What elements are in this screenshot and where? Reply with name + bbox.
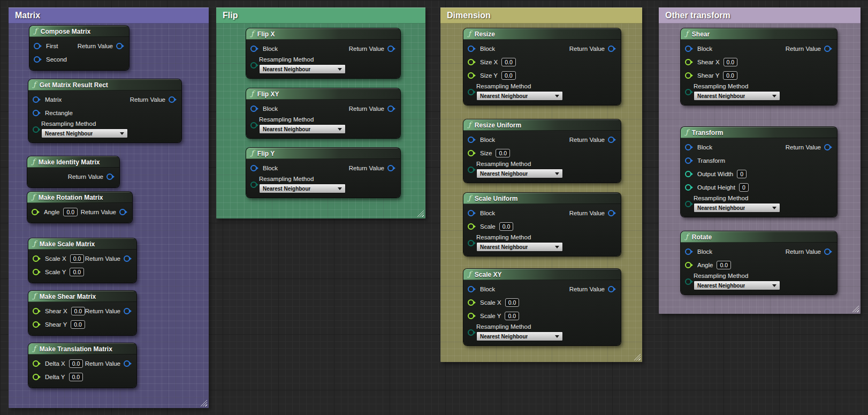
- resampling-dropdown[interactable]: Nearest Neighbour: [476, 331, 563, 341]
- input-pin-block[interactable]: [250, 46, 257, 52]
- resampling-dropdown[interactable]: Nearest Neighbour: [694, 91, 780, 101]
- input-pin-resampling-method[interactable]: [468, 167, 474, 173]
- input-pin-resampling-method[interactable]: [250, 62, 257, 69]
- output-pin-return-value[interactable]: [824, 46, 831, 52]
- node-header[interactable]: ƒMake Identity Matrix: [27, 156, 119, 168]
- node-header[interactable]: ƒMake Rotation Matrix: [27, 192, 132, 203]
- output-pin-return-value[interactable]: [124, 308, 130, 314]
- resize-handle[interactable]: [200, 399, 207, 406]
- value-input[interactable]: 0.0: [723, 71, 737, 80]
- node-scale-uniform[interactable]: ƒScale UniformBlockReturn ValueScale0.0R…: [463, 193, 621, 256]
- input-pin-size-y[interactable]: [468, 72, 474, 79]
- value-input[interactable]: 0: [739, 183, 749, 192]
- node-make-scale-matrix[interactable]: ƒMake Scale MatrixScale X0.0Return Value…: [28, 238, 136, 283]
- output-pin-return-value[interactable]: [608, 286, 614, 292]
- node-scale-xy[interactable]: ƒScale XYBlockReturn ValueScale X0.0Scal…: [463, 269, 621, 345]
- resampling-dropdown[interactable]: Nearest Neighbour: [259, 64, 346, 74]
- node-flip-x[interactable]: ƒFlip XBlockReturn ValueResampling Metho…: [246, 28, 400, 78]
- value-input[interactable]: 0.0: [505, 312, 519, 320]
- resampling-dropdown[interactable]: Nearest Neighbour: [41, 129, 128, 138]
- input-pin-shear-y[interactable]: [33, 321, 39, 328]
- node-rotate[interactable]: ƒRotateBlockReturn ValueAngle0.0Resampli…: [681, 231, 837, 295]
- output-pin-return-value[interactable]: [608, 210, 614, 216]
- output-pin-return-value[interactable]: [116, 43, 123, 49]
- value-input[interactable]: 0.0: [717, 261, 731, 269]
- node-make-rotation-matrix[interactable]: ƒMake Rotation MatrixAngle0.0Return Valu…: [27, 192, 132, 223]
- input-pin-matrix[interactable]: [33, 96, 39, 103]
- node-header[interactable]: ƒTransform: [681, 127, 837, 138]
- input-pin-scale[interactable]: [468, 223, 474, 230]
- input-pin-angle[interactable]: [32, 209, 38, 215]
- output-pin-return-value[interactable]: [608, 137, 614, 143]
- resampling-dropdown[interactable]: Nearest Neighbour: [259, 184, 346, 193]
- value-input[interactable]: 0.0: [63, 208, 78, 216]
- input-pin-resampling-method[interactable]: [468, 329, 474, 336]
- node-header[interactable]: ƒMake Translation Matrix: [28, 343, 136, 354]
- resampling-dropdown[interactable]: Nearest Neighbour: [476, 169, 563, 178]
- resampling-dropdown[interactable]: Nearest Neighbour: [694, 203, 780, 213]
- value-input[interactable]: 0.0: [501, 71, 516, 80]
- input-pin-block[interactable]: [250, 105, 257, 112]
- comment-header[interactable]: Other transform: [659, 7, 861, 24]
- node-header[interactable]: ƒResize: [463, 28, 621, 40]
- output-pin-return-value[interactable]: [106, 173, 113, 180]
- value-input[interactable]: 0.0: [70, 268, 84, 276]
- output-pin-return-value[interactable]: [119, 209, 126, 215]
- output-pin-return-value[interactable]: [387, 105, 394, 112]
- input-pin-block[interactable]: [685, 144, 691, 150]
- node-header[interactable]: ƒRotate: [681, 231, 837, 243]
- node-header[interactable]: ƒMake Shear Matrix: [28, 291, 136, 302]
- node-header[interactable]: ƒMake Scale Matrix: [28, 238, 136, 250]
- node-make-identity-matrix[interactable]: ƒMake Identity MatrixReturn Value: [27, 156, 119, 187]
- input-pin-resampling-method[interactable]: [685, 89, 691, 95]
- output-pin-return-value[interactable]: [824, 248, 831, 255]
- input-pin-block[interactable]: [685, 46, 691, 52]
- node-header[interactable]: ƒCompose Matrix: [29, 26, 129, 37]
- input-pin-shear-x[interactable]: [33, 308, 39, 314]
- node-header[interactable]: ƒFlip Y: [246, 148, 400, 159]
- resampling-dropdown[interactable]: Nearest Neighbour: [476, 91, 563, 101]
- input-pin-resampling-method[interactable]: [250, 122, 257, 129]
- input-pin-block[interactable]: [468, 210, 474, 216]
- node-header[interactable]: ƒShear: [681, 28, 837, 40]
- input-pin-delta-y[interactable]: [33, 374, 39, 380]
- output-pin-return-value[interactable]: [824, 144, 831, 150]
- node-header[interactable]: ƒScale Uniform: [463, 193, 621, 204]
- value-input[interactable]: 0.0: [69, 359, 83, 368]
- node-header[interactable]: ƒResize Uniform: [463, 119, 621, 131]
- input-pin-resampling-method[interactable]: [468, 240, 474, 246]
- node-transform[interactable]: ƒTransformBlockReturn ValueTransformOutp…: [681, 127, 837, 217]
- value-input[interactable]: 0.0: [71, 307, 86, 315]
- input-pin-size-x[interactable]: [468, 59, 474, 65]
- value-input[interactable]: 0.0: [71, 320, 85, 329]
- input-pin-rectangle[interactable]: [33, 110, 39, 116]
- input-pin-block[interactable]: [685, 248, 691, 255]
- resampling-dropdown[interactable]: Nearest Neighbour: [259, 124, 346, 134]
- blueprint-graph-canvas[interactable]: MatrixƒCompose MatrixFirstReturn ValueSe…: [0, 0, 868, 415]
- input-pin-transform[interactable]: [685, 157, 691, 164]
- input-pin-scale-y[interactable]: [468, 313, 474, 319]
- output-pin-return-value[interactable]: [124, 360, 130, 367]
- input-pin-shear-y[interactable]: [685, 72, 691, 79]
- resize-handle[interactable]: [417, 210, 424, 217]
- input-pin-scale-x[interactable]: [33, 255, 39, 262]
- value-input[interactable]: 0.0: [505, 298, 520, 307]
- value-input[interactable]: 0.0: [501, 58, 516, 66]
- value-input[interactable]: 0.0: [69, 373, 83, 381]
- input-pin-size[interactable]: [468, 150, 474, 156]
- resampling-dropdown[interactable]: Nearest Neighbour: [694, 281, 780, 290]
- node-header[interactable]: ƒGet Matrix Result Rect: [28, 79, 181, 90]
- input-pin-first[interactable]: [34, 43, 40, 49]
- output-pin-return-value[interactable]: [169, 96, 175, 103]
- input-pin-block[interactable]: [468, 286, 474, 292]
- value-input[interactable]: 0: [737, 170, 747, 178]
- input-pin-second[interactable]: [34, 56, 40, 63]
- resampling-dropdown[interactable]: Nearest Neighbour: [476, 242, 563, 252]
- node-compose-matrix[interactable]: ƒCompose MatrixFirstReturn ValueSecond: [29, 26, 129, 70]
- input-pin-resampling-method[interactable]: [33, 126, 39, 133]
- input-pin-shear-x[interactable]: [685, 59, 691, 65]
- input-pin-resampling-method[interactable]: [685, 278, 691, 285]
- resize-handle[interactable]: [852, 305, 859, 312]
- input-pin-block[interactable]: [468, 46, 474, 52]
- input-pin-scale-x[interactable]: [468, 299, 474, 306]
